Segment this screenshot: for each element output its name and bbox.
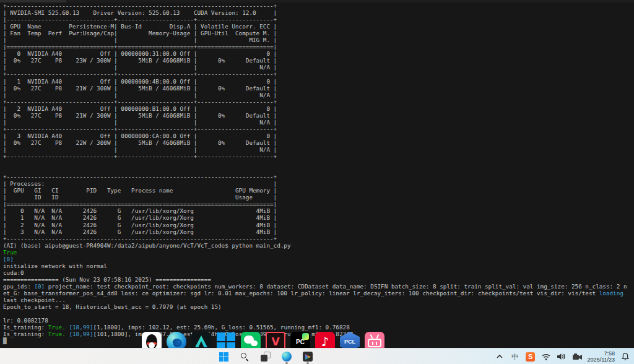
clock[interactable]: 7:58 2025/11/23 — [588, 350, 615, 363]
wifi-button[interactable] — [541, 352, 551, 362]
wifi-icon — [541, 352, 551, 361]
start-icon — [219, 352, 228, 362]
media-app-icon — [303, 352, 313, 362]
search-icon — [240, 352, 250, 362]
clock-date: 2025/11/23 — [588, 357, 615, 363]
bilibili-antenna-left — [370, 334, 373, 339]
music-note-glyph: ♪ — [321, 336, 329, 348]
taskbar-center-icons — [218, 349, 313, 364]
taskbar: 中 S 7:58 — [0, 348, 634, 364]
bell-icon — [621, 352, 630, 361]
capture-tray-button[interactable] — [572, 352, 582, 362]
sunlogin-tray-button[interactable]: S — [526, 352, 536, 362]
qq-penguin-shape — [146, 334, 157, 349]
tray-chevron-button[interactable] — [495, 352, 505, 362]
ime-icon: 中 — [511, 352, 518, 362]
speaker-icon — [557, 352, 566, 361]
bilibili-tv-shape — [368, 339, 381, 347]
task-view-button[interactable] — [260, 351, 271, 362]
media-app-button[interactable] — [302, 351, 313, 362]
edge-taskbar-button[interactable] — [281, 351, 292, 362]
terminal-output[interactable]: +---------------------------------------… — [3, 2, 634, 348]
wechat-bubble-small — [251, 340, 258, 346]
terminal-window[interactable]: +---------------------------------------… — [0, 0, 634, 348]
volume-button[interactable] — [557, 352, 567, 362]
bilibili-antenna-right — [376, 334, 379, 339]
search-button[interactable] — [239, 351, 250, 362]
chevron-up-icon — [496, 353, 503, 360]
pycharm-gradient — [302, 333, 309, 340]
ime-tray-button[interactable]: 中 — [510, 352, 520, 362]
edge-icon — [282, 352, 292, 362]
sunlogin-icon: S — [526, 352, 535, 362]
valorant-v: V — [271, 337, 279, 347]
camera-icon — [572, 353, 582, 361]
start-button[interactable] — [218, 351, 229, 362]
clock-time: 7:58 — [588, 350, 615, 357]
notification-button[interactable] — [620, 352, 630, 362]
pcl-label: PCL — [344, 339, 355, 345]
system-tray: 中 S 7:58 — [495, 349, 630, 364]
task-view-icon — [261, 352, 271, 362]
